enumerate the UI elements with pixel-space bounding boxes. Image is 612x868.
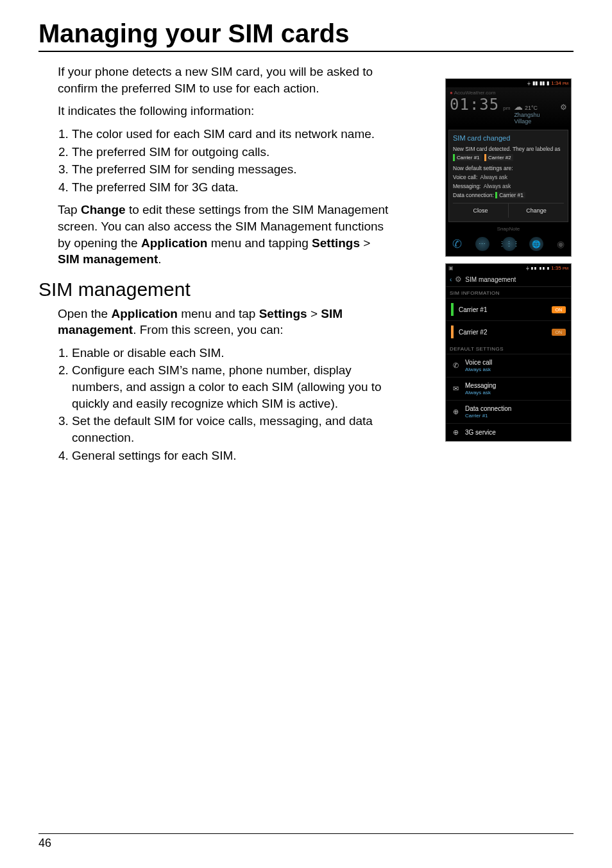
camera-icon[interactable]: ◉ (557, 239, 565, 249)
clock-time: 01:35 (450, 96, 499, 114)
phone-icon[interactable]: ✆ (452, 237, 462, 251)
phone-icon: ✆ (451, 361, 460, 370)
color-stripe-orange (451, 326, 454, 338)
dialog-title: SIM card changed (453, 134, 564, 142)
gear-icon: ⚙ (455, 275, 462, 284)
dock-bar: ✆ ⋯ ⋮⋮⋮ 🌐 ◉ (446, 233, 571, 256)
section-heading: SIM management (38, 277, 391, 303)
change-paragraph: Tap Change to edit these settings from t… (58, 202, 391, 268)
list-item: The preferred SIM for 3G data. (72, 179, 391, 196)
messaging-icon[interactable]: ⋯ (475, 237, 489, 251)
globe-icon: ⊕ (451, 408, 460, 416)
color-stripe-green (451, 303, 454, 316)
carrier-label: Carrier #1 (459, 306, 547, 313)
page-number: 46 (38, 833, 574, 850)
dialog-message: New SIM card detected. They are labeled … (453, 146, 564, 153)
carrier-row-2[interactable]: Carrier #2 ON (446, 320, 571, 343)
status-bar: ▣ ⏚ ▮▮ ▮▮ ▮ 1:35 PM (446, 264, 571, 272)
header-title: SIM management (465, 276, 516, 283)
back-icon[interactable]: ‹ (450, 276, 452, 283)
weather-icon: ☁ (514, 101, 523, 112)
data-connection-row[interactable]: ⊕ Data connectionCarrier #1 (446, 400, 571, 423)
section-sim-information: SIM INFORMATION (446, 287, 571, 298)
status-bar: ⏚ ▮▮ ▮▮ ▮ 1:34 PM (446, 79, 571, 87)
browser-icon[interactable]: 🌐 (529, 237, 543, 251)
status-time: 1:35 PM (551, 265, 568, 271)
picture-icon: ▣ (448, 265, 454, 271)
list-item: Set the default SIM for voice calls, mes… (72, 413, 391, 446)
status-time: 1:34 PM (551, 80, 568, 86)
3g-service-row[interactable]: ⊕ 3G service (446, 423, 571, 441)
indicates-paragraph: It indicates the following information: (58, 103, 391, 119)
toggle-on[interactable]: ON (552, 329, 566, 336)
voice-call-row[interactable]: ✆ Voice callAlways ask (446, 354, 571, 377)
weather-location: ☁ 21°C Zhangshu Village (514, 101, 552, 125)
gear-icon: ⚙ (560, 103, 567, 112)
sim-changed-dialog: SIM card changed New SIM card detected. … (448, 130, 568, 222)
defaults-label: Now default settings are: (453, 165, 564, 172)
sim-open-paragraph: Open the Application menu and tap Settin… (58, 306, 391, 338)
info-list: The color used for each SIM card and its… (58, 126, 391, 196)
carrier-chip-2: Carrier #2 (484, 154, 513, 161)
toggle-on[interactable]: ON (552, 306, 566, 313)
phone-screenshot-dialog: ⏚ ▮▮ ▮▮ ▮ 1:34 PM ● AccuWeather.com 01:3… (445, 78, 572, 257)
list-item: Enable or disable each SIM. (72, 345, 391, 361)
snapnote-label: SnapNote (446, 225, 571, 233)
list-item: The preferred SIM for sending messages. (72, 161, 391, 178)
globe-icon: ⊕ (451, 428, 460, 437)
weather-widget: ● AccuWeather.com 01:35 pm ☁ 21°C Zhangs… (446, 87, 571, 127)
change-button[interactable]: Change (508, 204, 564, 218)
wifi-icon: ⏚ (526, 265, 529, 271)
page-title: Managing your SIM cards (38, 19, 574, 52)
apps-icon[interactable]: ⋮⋮⋮ (502, 237, 516, 251)
signal-icon: ▮▮ (539, 265, 545, 271)
signal-icon: ▮▮ (532, 80, 538, 86)
list-item: The color used for each SIM card and its… (72, 126, 391, 143)
3g-service-label: 3G service (465, 429, 566, 436)
clock-pm: pm (503, 105, 510, 111)
settings-header: ‹ ⚙ SIM management (446, 272, 571, 287)
signal-icon: ▮▮ (540, 80, 545, 86)
list-item: The preferred SIM for outgoing calls. (72, 144, 391, 161)
signal-icon: ▮▮ (531, 265, 537, 271)
phone-screenshot-settings: ▣ ⏚ ▮▮ ▮▮ ▮ 1:35 PM ‹ ⚙ SIM management S… (445, 263, 572, 442)
close-button[interactable]: Close (453, 204, 508, 218)
intro-paragraph: If your phone detects a new SIM card, yo… (58, 64, 391, 96)
carrier-chip-1: Carrier #1 (453, 154, 482, 161)
actions-list: Enable or disable each SIM. Configure ea… (58, 345, 391, 464)
section-default-settings: DEFAULT SETTINGS (446, 343, 571, 354)
carrier-label: Carrier #2 (459, 329, 547, 336)
list-item: General settings for each SIM. (72, 447, 391, 464)
messaging-icon: ✉ (451, 385, 460, 393)
accuweather-label: ● AccuWeather.com (450, 90, 567, 96)
battery-icon: ▮ (547, 265, 550, 271)
messaging-row[interactable]: ✉ MessagingAlways ask (446, 377, 571, 400)
battery-icon: ▮ (547, 80, 549, 86)
carrier-row-1[interactable]: Carrier #1 ON (446, 298, 571, 320)
wifi-icon: ⏚ (527, 80, 531, 86)
body-column: If your phone detects a new SIM card, yo… (58, 64, 391, 464)
list-item: Configure each SIM’s name, phone number,… (72, 362, 391, 412)
